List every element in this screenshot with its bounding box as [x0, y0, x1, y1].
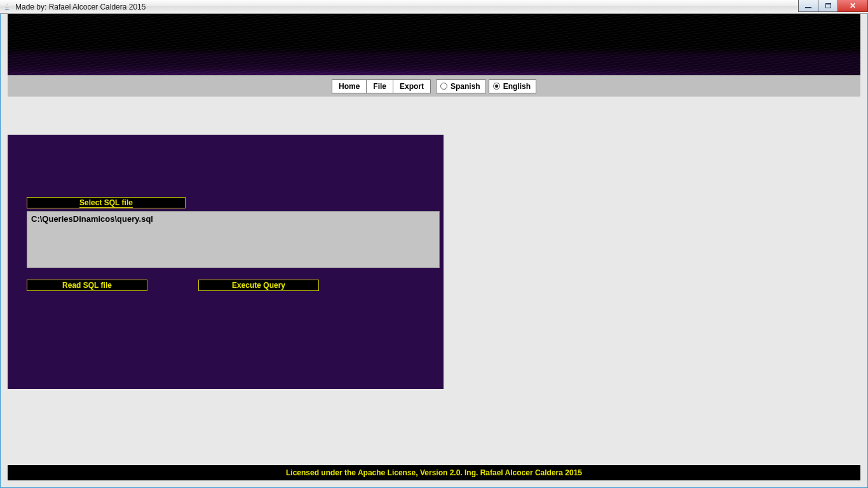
- radio-icon: [493, 83, 500, 90]
- main-toolbar: Home File Export Spanish English: [8, 75, 860, 97]
- footer-text: Licensed under the Apache License, Versi…: [286, 468, 582, 477]
- sql-panel: Select SQL file Read SQL file Execute Qu…: [8, 135, 444, 389]
- language-spanish-radio[interactable]: Spanish: [436, 79, 486, 93]
- footer-bar: Licensed under the Apache License, Versi…: [8, 465, 860, 480]
- radio-label: Spanish: [451, 82, 480, 91]
- select-sql-file-button[interactable]: Select SQL file: [27, 197, 186, 208]
- radio-label: English: [503, 82, 531, 91]
- execute-query-button[interactable]: Execute Query: [198, 280, 319, 291]
- java-icon: [3, 3, 11, 11]
- button-label: Read SQL file: [62, 281, 112, 290]
- read-sql-file-button[interactable]: Read SQL file: [27, 280, 147, 291]
- language-radio-group: Spanish English: [436, 79, 536, 93]
- maximize-icon: [825, 3, 831, 8]
- close-icon: ✕: [850, 1, 856, 10]
- window-controls: ✕: [799, 0, 868, 12]
- button-label: Select SQL file: [79, 198, 133, 208]
- app-content: Home File Export Spanish English Select …: [8, 14, 860, 389]
- window-title: Made by: Rafael Alcocer Caldera 2015: [15, 3, 146, 11]
- window-titlebar: Made by: Rafael Alcocer Caldera 2015 ✕: [0, 0, 868, 14]
- minimize-icon: [805, 7, 811, 8]
- language-english-radio[interactable]: English: [489, 79, 536, 93]
- home-button[interactable]: Home: [332, 79, 367, 93]
- sql-file-path-input[interactable]: [27, 211, 440, 268]
- file-button[interactable]: File: [366, 79, 393, 93]
- window-minimize-button[interactable]: [798, 0, 818, 12]
- header-banner: [8, 14, 860, 75]
- radio-icon: [440, 83, 447, 90]
- window-close-button[interactable]: ✕: [837, 0, 868, 12]
- export-button[interactable]: Export: [393, 79, 431, 93]
- button-label: Execute Query: [232, 281, 285, 290]
- window-maximize-button[interactable]: [818, 0, 838, 12]
